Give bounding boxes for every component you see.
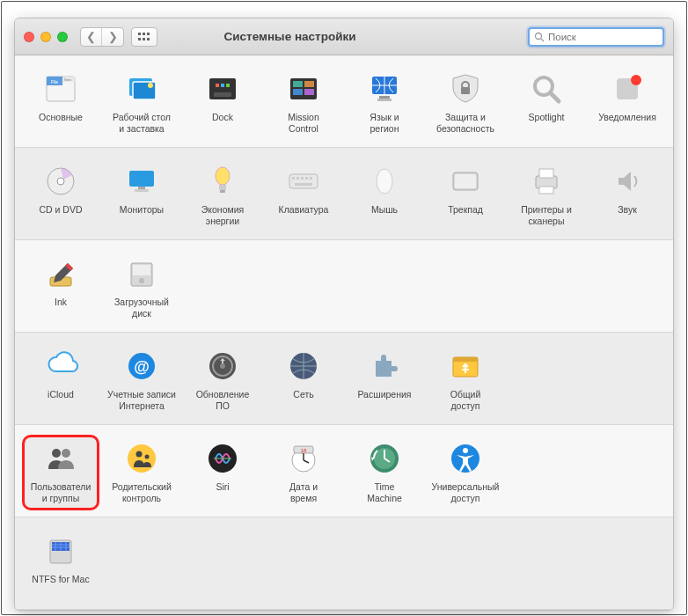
pref-label: Общий доступ [450,389,481,412]
pref-label: Ink [55,297,67,319]
svg-rect-46 [296,177,299,180]
svg-point-71 [128,444,156,473]
svg-rect-24 [293,89,303,95]
svg-point-34 [631,75,641,85]
prefs-row-1: CD и DVDМониторыЭкономия энергииКлавиату… [15,148,673,240]
svg-rect-22 [293,81,303,87]
svg-rect-30 [461,87,470,94]
prefs-row-5: NTFS for Mac [15,517,673,610]
accounts-icon: @ [124,348,159,384]
svg-point-60 [139,278,144,283]
pref-accessibility[interactable]: Универсальный доступ [425,437,506,508]
pref-label: Загрузочный диск [114,297,169,319]
pref-startup[interactable]: Загрузочный диск [101,253,182,323]
datetime-icon: 18 [286,441,321,476]
security-icon [448,71,483,106]
pref-label: Сеть [293,389,313,412]
pref-mission[interactable]: Mission Control [263,68,344,138]
pref-sound[interactable]: Звук [587,160,668,231]
pref-mouse[interactable]: Мышь [344,160,425,231]
timemachine-icon [367,441,402,476]
ink-icon [43,256,78,291]
pref-energy[interactable]: Экономия энергии [182,160,263,231]
system-preferences-window: ❮ ❯ Системные настройки FileNewОсновныеР… [14,18,674,611]
ntfs-icon [43,533,78,568]
titlebar: ❮ ❯ Системные настройки [15,18,673,55]
pref-label: CD и DVD [39,204,82,227]
pref-accounts[interactable]: @Учетные записи Интернета [101,345,182,415]
pref-notifications[interactable]: Уведомления [587,68,668,138]
pref-ntfs[interactable]: NTFS for Mac [20,530,101,600]
pref-keyboard[interactable]: Клавиатура [263,160,344,231]
pref-label: Звук [618,204,637,227]
pref-label: Расширения [357,389,411,412]
svg-rect-28 [377,99,392,101]
svg-point-15 [148,83,153,88]
svg-point-73 [145,455,150,459]
pref-printers[interactable]: Принтеры и сканеры [506,160,587,231]
svg-rect-27 [379,96,390,99]
svg-text:@: @ [134,358,150,376]
svg-rect-48 [305,177,308,180]
pref-desktop[interactable]: Рабочий стол и заставка [101,68,182,138]
search-input[interactable] [548,32,658,42]
pref-displays[interactable]: Мониторы [101,160,182,231]
pref-users[interactable]: Пользователи и группы [22,435,99,510]
pref-spotlight[interactable]: Spotlight [506,68,587,138]
pref-label: Рабочий стол и заставка [113,112,171,135]
svg-rect-45 [292,177,295,180]
extensions-icon [367,348,402,384]
pref-extensions[interactable]: Расширения [344,345,425,415]
pref-label: Родительский контроль [112,481,172,504]
search-field[interactable] [528,27,664,47]
pref-icloud[interactable]: iCloud [20,345,101,415]
pref-label: Пользователи и группы [31,481,91,504]
pref-label: Трекпад [448,204,483,227]
mouse-icon [367,164,402,199]
svg-rect-23 [304,81,314,87]
pref-language[interactable]: Язык и регион [344,68,425,138]
mission-icon [286,71,321,106]
pref-parental[interactable]: Родительский контроль [101,437,182,508]
svg-point-6 [536,33,542,39]
svg-rect-53 [455,174,476,188]
pref-trackpad[interactable]: Трекпад [425,160,506,231]
close-icon[interactable] [24,32,34,42]
pref-label: Экономия энергии [201,204,245,227]
minimize-icon[interactable] [40,32,51,42]
pref-label: Mission Control [288,112,319,135]
pref-label: Обновление ПО [196,389,250,412]
svg-point-72 [136,451,143,458]
svg-text:File: File [51,79,58,84]
pref-datetime[interactable]: 18Дата и время [263,437,344,508]
pref-label: Уведомления [598,112,656,135]
svg-rect-17 [214,92,231,97]
pref-general[interactable]: FileNewОсновные [20,68,101,138]
notifications-icon [610,71,645,106]
pref-security[interactable]: Защита и безопасность [425,68,506,138]
svg-rect-68 [453,357,478,362]
pref-siri[interactable]: Siri [182,437,263,508]
dock-icon [205,71,240,106]
network-icon [286,348,321,384]
pref-update[interactable]: Обновление ПО [182,345,263,415]
svg-rect-25 [304,89,314,95]
pref-label: Spotlight [529,112,565,135]
svg-rect-43 [220,190,225,193]
pref-label: Дата и время [289,481,318,504]
svg-point-65 [220,363,225,369]
pref-timemachine[interactable]: Time Machine [344,437,425,508]
pref-label: NTFS for Mac [32,574,89,597]
svg-rect-56 [539,187,553,194]
pref-ink[interactable]: Ink [20,253,101,323]
svg-rect-42 [219,185,226,190]
svg-rect-38 [129,171,154,187]
pref-sharing[interactable]: Общий доступ [425,345,506,415]
pref-cddvd[interactable]: CD и DVD [20,160,101,231]
prefs-row-2: InkЗагрузочный диск [15,240,673,333]
svg-point-70 [62,449,70,458]
pref-network[interactable]: Сеть [263,345,344,415]
svg-rect-59 [133,265,150,275]
update-icon [205,348,240,384]
pref-dock[interactable]: Dock [182,68,263,138]
